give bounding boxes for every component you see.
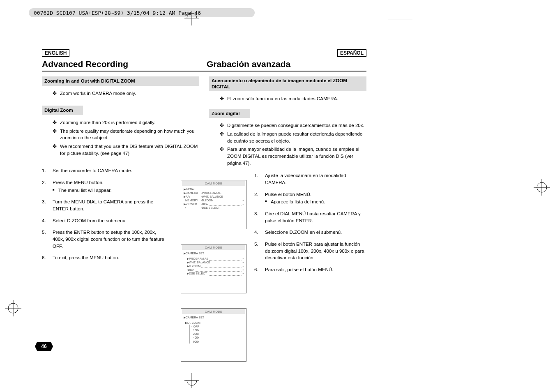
step-text: Seleccione D.ZOOM en el submenú. [265, 229, 366, 236]
subheading-zoom-digital-es2: Zoom digital [209, 109, 250, 118]
step-num: 6. [42, 254, 53, 261]
bullet-mark-icon: ✤ [220, 146, 227, 166]
step-num: 5. [254, 241, 265, 261]
step-num: 6. [254, 266, 265, 273]
osd-item: CAMERA SET [186, 252, 204, 255]
step-num: 5. [42, 229, 53, 249]
bullet-text: We recommend that you use the DIS featur… [60, 143, 199, 157]
osd-item: PROGRAM AE [202, 191, 221, 195]
step-num: 2. [42, 179, 53, 194]
step-text: Pulse el botón ENTER para ajustar la fun… [265, 241, 366, 261]
page-number-badge: 46 [35, 342, 53, 351]
osd-item: INITIAL [186, 188, 196, 191]
print-header-band: 00762D SCD107 USA+ESP(28~59) 3/15/04 9:1… [29, 8, 255, 17]
step-text: To exit, press the MENU button. [53, 254, 165, 261]
osd-item: PROGRAM AE [189, 257, 208, 261]
osd-item: 400x [193, 336, 199, 339]
step-text: Gire el DIAL MENÚ hasta resaltar CAMERA … [265, 210, 366, 224]
column-english: Zooming In and Out with DIGITAL ZOOM ✤Zo… [42, 76, 199, 278]
substep-text: Aparece la lista del menú. [271, 198, 325, 205]
square-bullet-icon: ■ [53, 187, 58, 194]
page: 00762D SCD107 USA+ESP(28~59) 3/15/04 9:1… [0, 0, 555, 392]
step-text: Select D.ZOOM from the submenu. [53, 217, 165, 224]
bullet-mark-icon: ✤ [220, 95, 227, 102]
osd-item: A/V [186, 195, 190, 198]
step-num: 4. [254, 229, 265, 236]
osd-item: VIEWER [186, 203, 197, 205]
header-text: 00762D SCD107 USA+ESP(28~59) 3/15/04 9:1… [34, 10, 201, 16]
crop-mark-top-icon [184, 11, 199, 25]
osd-item: DIS [188, 268, 193, 272]
osd-item: DSE SELECT [202, 206, 220, 210]
osd-item: DSE SELECT [189, 272, 207, 275]
bullet-text: El zoom sólo funciona en las modalidades… [227, 95, 338, 102]
osd-item: D . ZOOM [187, 321, 200, 324]
bullet-text: Digitalmente se pueden conseguir acercam… [227, 122, 364, 129]
osd-item: WHT. BALANCE [202, 195, 223, 198]
step-num: 1. [42, 167, 53, 174]
osd-caption: CAM MODE [182, 181, 245, 186]
osd-item: D.ZOOM [202, 198, 213, 202]
bullet-mark-icon: ✤ [53, 143, 60, 157]
title-spanish: Grabación avanzada [202, 59, 366, 69]
subheading-zoom-digital-es: Acercamiento o alejamiento de la imagen … [209, 76, 366, 91]
osd-item: DIS [202, 202, 207, 206]
bullet-text: Para una mayor estabilidad de la imagen,… [227, 146, 366, 166]
step-text: Ajuste la videocámara en la modalidad CA… [265, 172, 366, 186]
step-text: Turn the MENU DIAL to CAMERA and press t… [53, 198, 165, 212]
osd-item: OFF [193, 325, 199, 328]
step-num: 3. [42, 198, 53, 212]
crop-mark-bottom-icon [184, 373, 199, 388]
osd-item: D.ZOOM [189, 264, 200, 268]
bullet-mark-icon: ✤ [220, 122, 227, 129]
osd-panel-3: CAM MODE ▶CAMERA SET ▶D . ZOOM ◦ OFF 100… [181, 308, 246, 362]
osd-item: 200x [193, 332, 199, 335]
bullet-text: La calidad de la imagen puede resultar d… [227, 131, 366, 144]
lang-spanish-label: ESPAÑOL [337, 49, 366, 57]
osd-panel-1: CAM MODE ▶INITIAL ▶CAMERA◦ PROGRAM AE ▶A… [181, 180, 246, 229]
substep-text: The menu list will appear. [58, 187, 112, 194]
osd-panel-2: CAM MODE ▶CAMERA SET ▶PROGRAM AE▪ ▶WHT. … [181, 244, 246, 293]
square-bullet-icon: ■ [265, 198, 271, 205]
lang-english-label: ENGLISH [42, 49, 69, 57]
register-mark-left-icon [5, 300, 21, 316]
osd-item: 900x [193, 340, 199, 343]
osd-item: CAMERA SET [186, 316, 204, 319]
osd-figures: CAM MODE ▶INITIAL ▶CAMERA◦ PROGRAM AE ▶A… [181, 180, 246, 362]
subheading-digital-zoom: Digital Zoom [42, 106, 83, 115]
step-text: Press the MENU button. [53, 180, 104, 185]
page-number: 46 [41, 344, 46, 349]
step-text: Set the camcorder to CAMERA mode. [53, 167, 165, 174]
bullet-text: Zoom works in CAMERA mode only. [60, 90, 136, 97]
osd-item: 100x [193, 329, 199, 332]
bullet-mark-icon: ✤ [220, 131, 227, 144]
trim-line [388, 19, 412, 19]
step-text: Para salir, pulse el botón MENÚ. [265, 266, 366, 273]
bullet-mark-icon: ✤ [53, 128, 60, 141]
bullet-text: The picture quality may deteriorate depe… [60, 128, 199, 141]
step-num: 3. [254, 210, 265, 224]
osd-caption: CAM MODE [182, 309, 245, 314]
step-num: 4. [42, 217, 53, 224]
bullet-mark-icon: ✤ [53, 90, 60, 97]
title-english: Advanced Recording [42, 59, 202, 69]
trim-line [388, 0, 388, 19]
step-num: 1. [254, 172, 265, 186]
subheading-zoom-digitalzoom: Zooming In and Out with DIGITAL ZOOM [42, 76, 199, 86]
osd-item: WHT. BALANCE [189, 261, 210, 264]
step-text: Press the ENTER button to setup the 100x… [53, 229, 165, 249]
osd-item: MEMORY [185, 199, 198, 202]
register-mark-right-icon [534, 179, 550, 196]
step-text: Pulse el botón MENÚ. [265, 192, 311, 197]
osd-caption: CAM MODE [182, 245, 245, 250]
osd-item: CAMERA [186, 191, 198, 194]
bullet-mark-icon: ✤ [53, 119, 60, 126]
trim-line [388, 373, 388, 392]
bullet-text: Zooming more than 20x is performed digit… [60, 119, 155, 126]
step-num: 2. [254, 191, 265, 205]
